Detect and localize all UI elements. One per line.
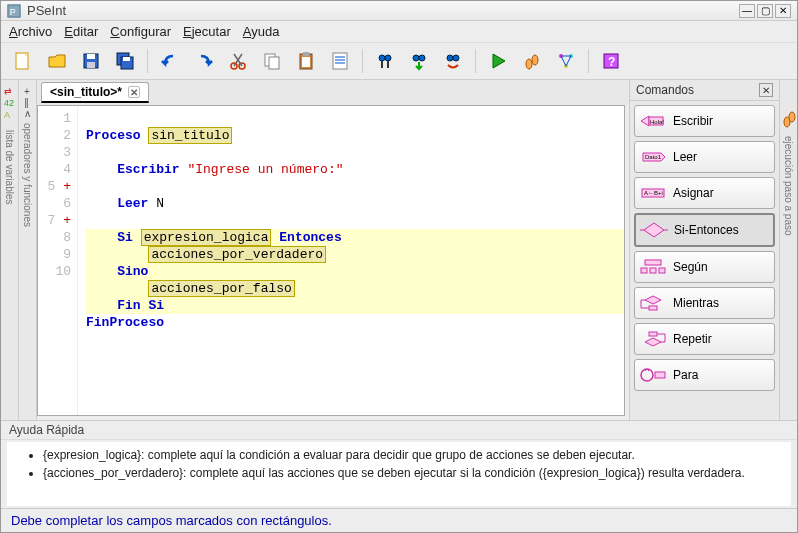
menu-ayuda[interactable]: Ayuda — [243, 24, 280, 39]
code-editor[interactable]: 1234 5 + 6 7 + 8910 Proceso sin_titulo E… — [37, 105, 625, 416]
svg-text:P: P — [10, 6, 16, 16]
svg-rect-41 — [641, 268, 647, 273]
svg-text:⇄: ⇄ — [4, 86, 12, 96]
step-icon — [782, 110, 796, 130]
svg-rect-5 — [87, 62, 95, 68]
help-item-1: {expresion_logica}: complete aquí la con… — [43, 448, 779, 462]
menubar: Archivo Editar Configurar Ejecutar Ayuda — [1, 21, 797, 42]
menu-archivo[interactable]: Archivo — [9, 24, 52, 39]
svg-text:A←B+i: A←B+i — [644, 190, 663, 196]
svg-point-23 — [526, 59, 532, 69]
line-gutter: 1234 5 + 6 7 + 8910 — [38, 106, 78, 415]
flowchart-button[interactable] — [552, 47, 580, 75]
svg-point-46 — [641, 369, 653, 381]
indent-button[interactable] — [326, 47, 354, 75]
paste-button[interactable] — [292, 47, 320, 75]
svg-rect-8 — [123, 57, 130, 61]
cmd-mientras[interactable]: Mientras — [634, 287, 775, 319]
cmd-asignar[interactable]: A←B+iAsignar — [634, 177, 775, 209]
svg-rect-45 — [649, 332, 657, 336]
file-tab[interactable]: <sin_titulo>* ✕ — [41, 82, 149, 103]
variables-icon: ⇄42A — [3, 84, 17, 124]
commands-title: Comandos — [636, 83, 694, 97]
copy-button[interactable] — [258, 47, 286, 75]
svg-text:Dato1: Dato1 — [645, 154, 662, 160]
svg-point-20 — [419, 55, 425, 61]
redo-button[interactable] — [190, 47, 218, 75]
left-panel-operators[interactable]: +‖∧ operadores y funciones — [19, 80, 37, 420]
help-button[interactable]: ? — [597, 47, 625, 75]
operators-label: operadores y funciones — [22, 123, 33, 227]
commands-close-icon[interactable]: ✕ — [759, 83, 773, 97]
svg-rect-14 — [303, 52, 309, 56]
tabbar: <sin_titulo>* ✕ — [37, 80, 629, 105]
run-button[interactable] — [484, 47, 512, 75]
help-panel: Ayuda Rápida {expresion_logica}: complet… — [1, 420, 797, 508]
code-content[interactable]: Proceso sin_titulo Escribir "Ingrese un … — [78, 106, 624, 415]
svg-rect-4 — [87, 54, 95, 59]
cmd-segun[interactable]: Según — [634, 251, 775, 283]
step-label: ejecución paso a paso — [783, 136, 794, 236]
help-title: Ayuda Rápida — [1, 421, 797, 440]
close-button[interactable]: ✕ — [775, 4, 791, 18]
svg-rect-47 — [655, 372, 665, 378]
window-title: PSeInt — [27, 3, 737, 18]
app-icon: P — [7, 4, 21, 18]
variables-label: lista de variables — [4, 130, 15, 204]
left-panel-variables[interactable]: ⇄42A lista de variables — [1, 80, 19, 420]
svg-point-17 — [379, 55, 385, 61]
svg-point-19 — [413, 55, 419, 61]
svg-rect-16 — [333, 53, 347, 69]
svg-point-24 — [532, 55, 538, 65]
replace-button[interactable] — [439, 47, 467, 75]
commands-panel: Comandos ✕ Hola!Escribir Dato1Leer A←B+i… — [629, 80, 779, 420]
svg-rect-42 — [650, 268, 656, 273]
maximize-button[interactable]: ▢ — [757, 4, 773, 18]
menu-ejecutar[interactable]: Ejecutar — [183, 24, 231, 39]
tab-label: <sin_titulo>* — [50, 85, 122, 99]
cmd-repetir[interactable]: Repetir — [634, 323, 775, 355]
step-button[interactable] — [518, 47, 546, 75]
find-button[interactable] — [371, 47, 399, 75]
svg-rect-40 — [645, 260, 661, 265]
svg-point-22 — [453, 55, 459, 61]
tab-close-icon[interactable]: ✕ — [128, 86, 140, 98]
open-button[interactable] — [43, 47, 71, 75]
menu-configurar[interactable]: Configurar — [110, 24, 171, 39]
svg-point-49 — [789, 112, 795, 122]
operators-icon: +‖∧ — [24, 86, 31, 119]
toolbar: ? — [1, 42, 797, 80]
save-button[interactable] — [77, 47, 105, 75]
svg-text:Hola!: Hola! — [650, 119, 664, 125]
svg-rect-43 — [659, 268, 665, 273]
cmd-leer[interactable]: Dato1Leer — [634, 141, 775, 173]
cmd-para[interactable]: Para — [634, 359, 775, 391]
findnext-button[interactable] — [405, 47, 433, 75]
menu-editar[interactable]: Editar — [64, 24, 98, 39]
undo-button[interactable] — [156, 47, 184, 75]
help-item-2: {acciones_por_verdadero}: complete aquí … — [43, 466, 779, 480]
svg-point-21 — [447, 55, 453, 61]
cut-button[interactable] — [224, 47, 252, 75]
svg-point-18 — [385, 55, 391, 61]
svg-text:A: A — [4, 110, 10, 120]
cmd-escribir[interactable]: Hola!Escribir — [634, 105, 775, 137]
titlebar: P PSeInt — ▢ ✕ — [1, 1, 797, 21]
new-button[interactable] — [9, 47, 37, 75]
cmd-si-entonces[interactable]: Si-Entonces — [634, 213, 775, 247]
right-panel-step[interactable]: ejecución paso a paso — [779, 80, 797, 420]
minimize-button[interactable]: — — [739, 4, 755, 18]
svg-rect-44 — [649, 306, 657, 310]
svg-text:42: 42 — [4, 98, 14, 108]
svg-rect-15 — [302, 57, 310, 67]
svg-text:?: ? — [608, 55, 615, 69]
statusbar: Debe completar los campos marcados con r… — [1, 508, 797, 532]
svg-rect-12 — [269, 57, 279, 69]
saveas-button[interactable] — [111, 47, 139, 75]
help-body: {expresion_logica}: complete aquí la con… — [7, 442, 791, 506]
